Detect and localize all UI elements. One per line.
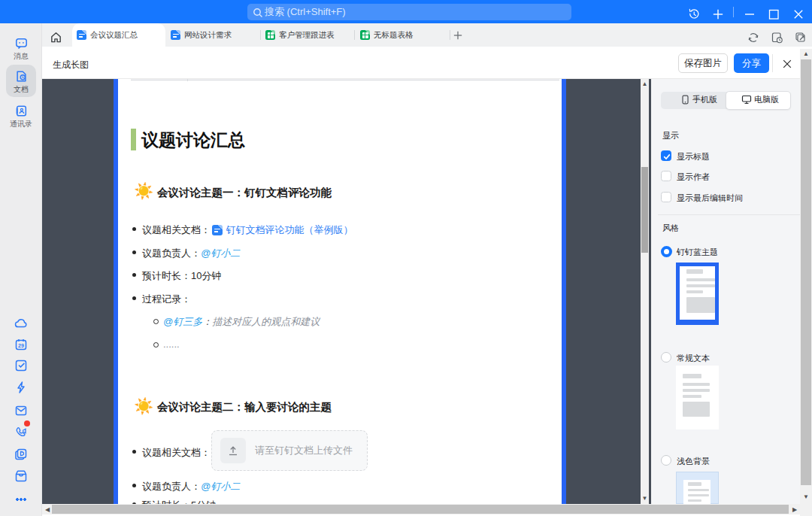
- svg-text:29: 29: [18, 343, 24, 348]
